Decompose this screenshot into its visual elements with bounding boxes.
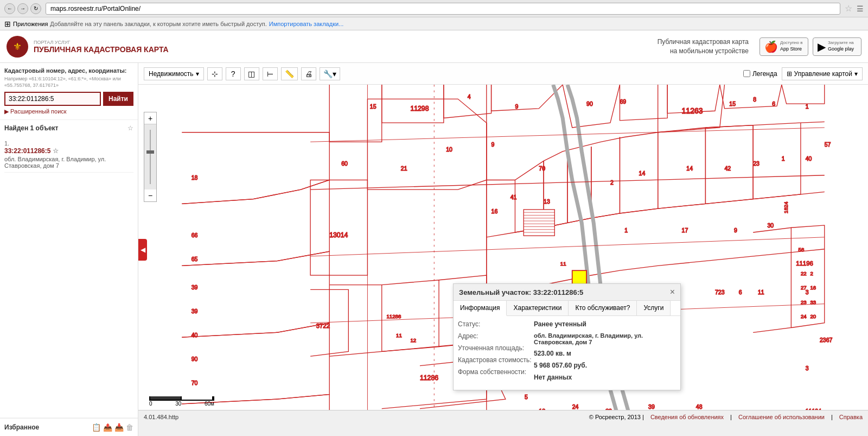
zoom-in-button[interactable]: + bbox=[144, 112, 156, 124]
popup-label-cost: Кадастровая стоимость: bbox=[458, 356, 534, 364]
svg-text:1: 1 bbox=[624, 227, 628, 233]
popup-value-status: Ранее учтенный bbox=[534, 320, 676, 328]
appstore-badge[interactable]: 🍎 Доступно в App Store bbox=[760, 37, 808, 56]
svg-text:60: 60 bbox=[341, 160, 348, 167]
popup-value-address: обл. Владимирская, г. Владимир, ул. Став… bbox=[534, 332, 676, 345]
tool-info[interactable]: ? bbox=[226, 67, 241, 80]
svg-text:66: 66 bbox=[192, 232, 198, 238]
svg-text:13: 13 bbox=[544, 198, 550, 205]
svg-text:5: 5 bbox=[525, 394, 528, 400]
popup-tabs: Информация Характеристики Кто обслуживае… bbox=[454, 301, 680, 316]
popup-tab-services[interactable]: Услуги bbox=[637, 301, 671, 315]
appstore-text: Доступно в App Store bbox=[780, 40, 802, 52]
results-count: Найден 1 объект bbox=[4, 124, 59, 132]
legend-checkbox[interactable]: Легенда bbox=[743, 70, 777, 78]
svg-text:6: 6 bbox=[739, 289, 742, 295]
svg-text:65: 65 bbox=[192, 256, 198, 262]
import-bookmarks-link[interactable]: Импортировать закладки... bbox=[269, 21, 343, 27]
svg-text:11263: 11263 bbox=[682, 106, 703, 115]
svg-text:723: 723 bbox=[715, 289, 725, 295]
agreement-link[interactable]: Соглашение об использовании bbox=[738, 414, 825, 420]
result-number: 1. bbox=[4, 140, 9, 147]
bookmarks-hint-text: Добавляйте на эту панель закладки, к кот… bbox=[50, 21, 266, 27]
svg-text:8: 8 bbox=[753, 96, 756, 103]
result-link[interactable]: 33:22:011286:5 ☆ bbox=[4, 147, 133, 155]
manage-map-button[interactable]: ⊞ Управление картой ▾ bbox=[782, 67, 863, 80]
apple-icon: 🍎 bbox=[764, 40, 778, 53]
result-star-icon[interactable]: ☆ bbox=[53, 147, 59, 155]
tool-measure-length[interactable]: ⊢ bbox=[263, 67, 278, 80]
favorites-label: Избранное bbox=[4, 424, 39, 431]
result-item: 1. 33:22:011286:5 ☆ обл. Владимирская, г… bbox=[4, 136, 133, 173]
popup-tab-characteristics[interactable]: Характеристики bbox=[507, 301, 569, 315]
address-bar[interactable] bbox=[46, 3, 840, 15]
svg-text:9: 9 bbox=[492, 141, 495, 148]
svg-text:11286: 11286 bbox=[420, 374, 438, 382]
tool-measure-area[interactable]: ◫ bbox=[244, 67, 259, 80]
popup-label-area: Уточненная площадь: bbox=[458, 344, 534, 352]
zoom-slider[interactable] bbox=[144, 124, 156, 189]
grid-icon: ⊞ bbox=[787, 70, 792, 78]
refresh-button[interactable]: ↻ bbox=[30, 3, 41, 14]
forward-button[interactable]: → bbox=[17, 3, 28, 14]
map-canvas[interactable]: 11298 bbox=[138, 85, 868, 423]
help-link[interactable]: Справка bbox=[839, 414, 863, 420]
search-row: Найти bbox=[4, 92, 133, 106]
googleplay-badge[interactable]: ▶ Загрузите на Google play bbox=[813, 37, 861, 56]
results-section: Найден 1 объект ☆ 1. 33:22:011286:5 ☆ об… bbox=[0, 120, 138, 418]
search-input[interactable] bbox=[4, 92, 101, 106]
separator1: | bbox=[730, 414, 732, 420]
logo-emblem: ⚜ bbox=[7, 36, 28, 58]
search-hint: Например «61:6:10104:12», «61:6:*», «Мос… bbox=[4, 76, 133, 89]
map-area[interactable]: Недвижимость ▾ ⊹ ? ◫ ⊢ 📏 🖨 🔧▾ Легенда ⊞ bbox=[138, 63, 868, 436]
svg-text:11286: 11286 bbox=[387, 313, 401, 319]
results-header: Найден 1 объект ☆ bbox=[4, 124, 133, 132]
svg-text:90: 90 bbox=[586, 100, 593, 107]
favorites-import-icon[interactable]: 📥 bbox=[114, 423, 124, 432]
popup-close-button[interactable]: × bbox=[670, 287, 675, 297]
favorites-section: Избранное 📋 📤 📥 🗑 bbox=[0, 418, 138, 436]
header-right: Публичная кадастровая карта на мобильном… bbox=[658, 37, 861, 56]
favorites-delete-icon[interactable]: 🗑 bbox=[126, 423, 133, 432]
map-toolbar: Недвижимость ▾ ⊹ ? ◫ ⊢ 📏 🖨 🔧▾ Легенда ⊞ bbox=[138, 63, 868, 85]
scale-label-0: 0 bbox=[149, 401, 152, 407]
favorites-export-icon[interactable]: 📤 bbox=[103, 423, 112, 432]
popup-label-status: Статус: bbox=[458, 320, 534, 328]
tool-ruler[interactable]: 📏 bbox=[281, 67, 298, 80]
updates-link[interactable]: Сведения об обновлениях bbox=[650, 414, 724, 420]
copyright-text: © Росреестр, 2013 | bbox=[589, 414, 644, 420]
favorites-add-icon[interactable]: 📋 bbox=[92, 423, 101, 432]
favorites-header: Избранное 📋 📤 📥 🗑 bbox=[4, 423, 133, 432]
popup-tab-info[interactable]: Информация bbox=[454, 301, 507, 316]
svg-text:1: 1 bbox=[806, 103, 809, 110]
zoom-controls: + − bbox=[144, 112, 157, 202]
tool-print[interactable]: 🖨 bbox=[301, 67, 316, 80]
menu-icon[interactable]: ☰ bbox=[857, 4, 864, 13]
search-button[interactable]: Найти bbox=[103, 92, 133, 106]
results-save-icon[interactable]: ☆ bbox=[127, 124, 133, 132]
svg-text:11: 11 bbox=[560, 261, 566, 267]
zoom-out-button[interactable]: − bbox=[144, 189, 156, 201]
svg-text:40: 40 bbox=[806, 155, 812, 162]
sidebar-collapse-arrow[interactable]: ◀ bbox=[138, 239, 147, 261]
popup-title: Земельный участок: 33:22:011286:5 bbox=[459, 288, 583, 296]
svg-text:11298: 11298 bbox=[410, 105, 429, 112]
svg-text:20: 20 bbox=[810, 313, 816, 319]
popup-label-address: Адрес: bbox=[458, 332, 534, 340]
tool-settings-dropdown[interactable]: 🔧▾ bbox=[320, 67, 340, 80]
search-label: Кадастровый номер, адрес, координаты: bbox=[4, 67, 133, 74]
back-button[interactable]: ← bbox=[4, 3, 15, 14]
advanced-search-link[interactable]: ▶ Расширенный поиск bbox=[4, 108, 133, 115]
scale-label-60: 60м bbox=[205, 401, 214, 407]
tool-select[interactable]: ⊹ bbox=[207, 67, 222, 80]
svg-text:39: 39 bbox=[192, 284, 198, 290]
zoom-slider-thumb[interactable] bbox=[146, 150, 154, 154]
svg-text:6: 6 bbox=[772, 100, 775, 107]
svg-rect-81 bbox=[524, 210, 554, 236]
toolbar-right: Легенда ⊞ Управление картой ▾ bbox=[743, 67, 863, 80]
popup-tab-service[interactable]: Кто обслуживает? bbox=[569, 301, 637, 315]
property-type-dropdown[interactable]: Недвижимость ▾ bbox=[144, 67, 204, 80]
star-button[interactable]: ☆ bbox=[845, 3, 852, 14]
svg-text:48: 48 bbox=[696, 403, 703, 410]
sidebar: Кадастровый номер, адрес, координаты: На… bbox=[0, 63, 138, 436]
